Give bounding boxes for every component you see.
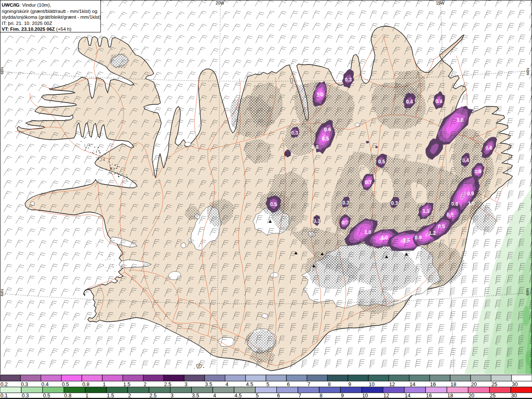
svg-text:0.7: 0.7 [342,220,349,226]
svg-text:12: 12 [384,393,389,399]
svg-text:1: 1 [103,382,106,387]
svg-text:slydda/snjókoma (grátt/bleikt/: slydda/snjókoma (grátt/bleikt/grænt - mm… [2,15,101,20]
svg-text:18: 18 [451,382,456,387]
svg-text:14: 14 [405,393,411,399]
svg-text:1.0: 1.0 [468,201,475,207]
svg-text:0.1: 0.1 [0,393,7,399]
svg-text:0.5: 0.5 [438,224,445,229]
svg-text:VT: Fim. 23.10.2025 06Z (+54 h: VT: Fim. 23.10.2025 06Z (+54 h) [2,27,71,32]
svg-text:0.4: 0.4 [406,99,413,105]
svg-text:4.5: 4.5 [246,382,253,387]
svg-text:6: 6 [287,382,290,387]
svg-text:0.3: 0.3 [391,200,398,206]
svg-text:0.6: 0.6 [485,145,493,151]
svg-text:3.5: 3.5 [192,393,199,399]
svg-text:9: 9 [348,382,351,387]
svg-text:66N: 66N [0,67,4,74]
svg-text:18: 18 [447,393,453,399]
svg-text:4: 4 [226,382,229,387]
svg-text:3: 3 [171,393,174,399]
svg-text:2: 2 [128,393,131,399]
svg-text:0.5: 0.5 [43,393,50,399]
svg-text:9: 9 [341,393,344,399]
svg-text:25: 25 [492,382,498,387]
svg-text:1: 1 [86,393,89,399]
svg-text:2: 2 [144,382,147,387]
svg-text:20W: 20W [216,1,224,5]
svg-text:0.5: 0.5 [378,159,385,165]
svg-text:4: 4 [213,393,216,399]
svg-text:1.2: 1.2 [429,230,436,236]
svg-text:0.8: 0.8 [82,382,89,387]
svg-text:5: 5 [266,382,269,387]
svg-text:1.5: 1.5 [403,237,410,243]
svg-text:0.7: 0.7 [365,180,372,185]
svg-text:0.5: 0.5 [447,212,454,218]
svg-text:1.0: 1.0 [365,229,372,235]
svg-text:8: 8 [328,382,331,387]
svg-text:5: 5 [256,393,259,399]
svg-text:1.0: 1.0 [317,92,324,98]
svg-text:1.5: 1.5 [123,382,130,387]
svg-text:14: 14 [410,382,416,387]
svg-text:16: 16 [426,393,432,399]
svg-text:0.3: 0.3 [21,382,28,387]
svg-text:25: 25 [490,393,496,399]
svg-text:3.5: 3.5 [205,382,212,387]
svg-text:66N: 66N [525,68,530,75]
svg-text:1.5: 1.5 [423,208,430,214]
svg-text:0.2: 0.2 [284,151,291,157]
svg-text:1.0: 1.0 [381,235,388,241]
svg-text:1.8: 1.8 [457,117,464,123]
svg-text:0.4: 0.4 [42,382,49,387]
svg-text:10: 10 [362,393,368,399]
svg-text:3: 3 [185,382,187,387]
svg-text:0.2: 0.2 [0,382,7,387]
svg-text:0.5: 0.5 [62,382,69,387]
svg-text:2.5: 2.5 [149,393,156,399]
svg-text:0.3: 0.3 [313,218,320,224]
svg-text:20: 20 [468,393,474,399]
svg-text:0.8: 0.8 [64,393,71,399]
svg-text:64N: 64N [0,289,4,296]
svg-text:30: 30 [511,393,517,399]
svg-text:64N: 64N [525,288,530,296]
svg-text:IT: þri. 21. 10. 2025 00Z: IT: þri. 21. 10. 2025 00Z [2,21,52,26]
svg-text:6: 6 [277,393,280,399]
svg-text:15W: 15W [436,1,445,5]
svg-text:rigning/skúrir (grænt/blátt/ra: rigning/skúrir (grænt/blátt/rautt - mm/1… [2,9,97,14]
svg-text:0.6: 0.6 [324,127,331,133]
svg-text:0.8: 0.8 [312,144,319,150]
svg-text:1.5: 1.5 [107,393,114,399]
svg-text:0.9: 0.9 [467,191,474,197]
svg-text:7: 7 [298,393,301,399]
svg-text:20: 20 [471,382,477,387]
svg-text:2.5: 2.5 [164,382,171,387]
svg-text:0.5: 0.5 [322,136,329,142]
svg-text:0.9: 0.9 [415,235,422,241]
svg-text:0.3: 0.3 [22,393,29,399]
svg-text:4.5: 4.5 [234,393,241,399]
svg-text:UWC/IG: Vindur (10m),: UWC/IG: Vindur (10m), [2,2,51,7]
svg-text:10: 10 [369,382,374,387]
svg-text:7: 7 [308,382,310,387]
svg-text:30: 30 [512,382,518,387]
svg-text:8: 8 [320,393,323,399]
svg-text:0.9: 0.9 [475,169,482,175]
svg-text:12: 12 [389,382,395,387]
svg-text:0.6: 0.6 [451,201,458,207]
svg-text:16: 16 [430,382,436,387]
svg-text:0.3: 0.3 [345,77,352,83]
